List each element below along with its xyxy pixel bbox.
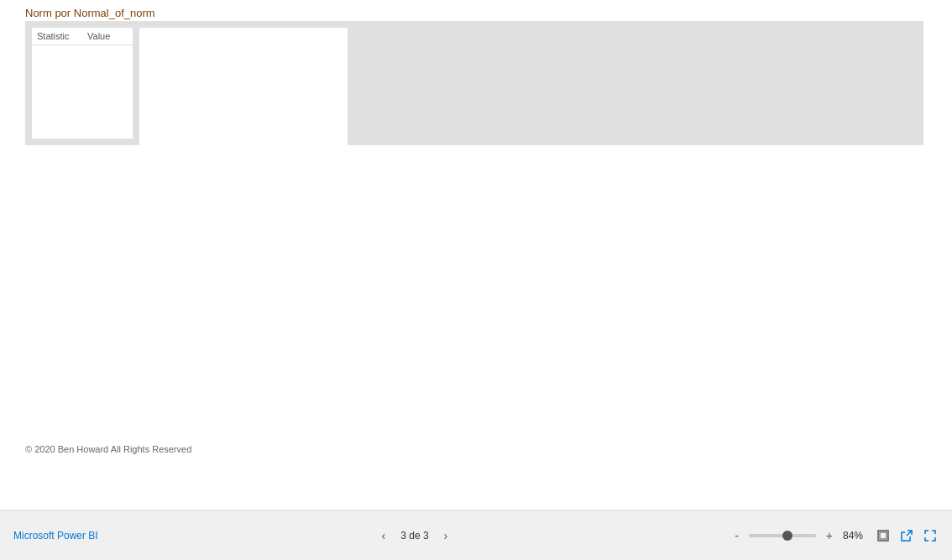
status-bar: Microsoft Power BI ‹ 3 de 3 › - + 84% xyxy=(0,510,952,560)
col-statistic-header: Statistic xyxy=(37,31,87,41)
zoom-slider-track[interactable] xyxy=(749,534,816,537)
svg-rect-1 xyxy=(880,532,887,539)
table-header: Statistic Value xyxy=(32,28,133,45)
page-indicator: 3 de 3 xyxy=(400,530,428,542)
zoom-slider-thumb xyxy=(782,531,792,541)
status-bar-left: Microsoft Power BI xyxy=(0,530,98,542)
fullscreen-icon-button[interactable] xyxy=(922,527,939,544)
chart-area xyxy=(139,28,348,152)
next-page-button[interactable]: › xyxy=(439,526,453,546)
svg-line-2 xyxy=(907,531,912,536)
copyright-bar: © 2020 Ben Howard All Rights Reserved xyxy=(0,439,952,459)
page-title: Norm por Normal_of_norm xyxy=(25,7,155,19)
powerbi-link[interactable]: Microsoft Power BI xyxy=(13,530,98,542)
table-container: Statistic Value xyxy=(32,28,133,139)
main-content: Norm por Normal_of_norm Statistic Value … xyxy=(0,0,952,510)
col-value-header: Value xyxy=(87,31,121,41)
status-bar-center: ‹ 3 de 3 › xyxy=(377,526,453,546)
copyright-text: © 2020 Ben Howard All Rights Reserved xyxy=(25,444,191,454)
expand-icon-button[interactable] xyxy=(898,527,915,544)
data-panel: Statistic Value xyxy=(25,21,923,145)
fit-page-icon-button[interactable] xyxy=(875,527,892,544)
zoom-level: 84% xyxy=(843,530,868,542)
expand-icon xyxy=(900,529,913,542)
prev-page-button[interactable]: ‹ xyxy=(377,526,391,546)
status-bar-right: - + 84% xyxy=(731,527,952,544)
zoom-plus-button[interactable]: + xyxy=(823,527,836,544)
fullscreen-icon xyxy=(923,529,937,542)
fit-page-icon xyxy=(876,529,890,542)
zoom-minus-button[interactable]: - xyxy=(731,527,742,544)
